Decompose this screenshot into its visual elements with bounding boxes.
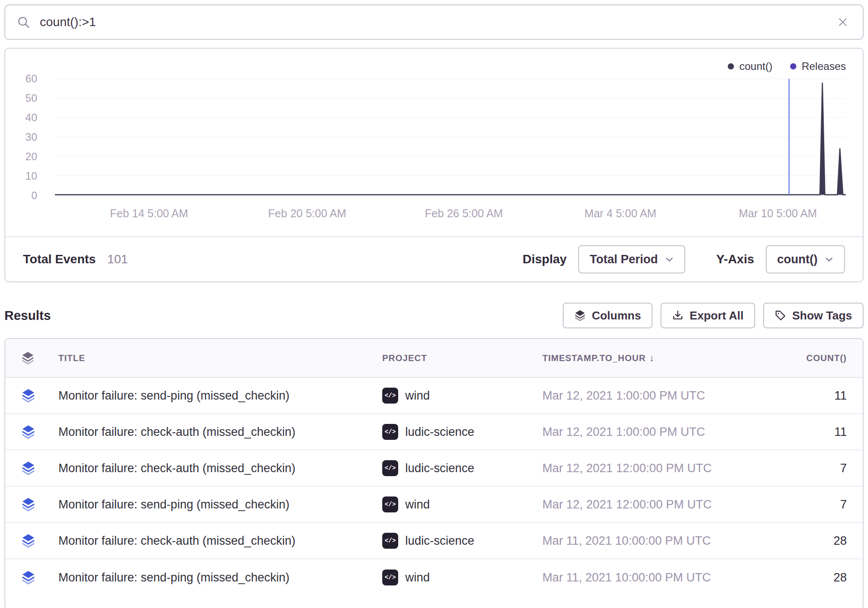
project-platform-icon: </> [382,533,398,549]
table-row[interactable]: Monitor failure: check-auth (missed_chec… [5,450,863,487]
y-axis-label: 10 [11,169,37,183]
row-timestamp: Mar 12, 2021 12:00:00 PM UTC [542,462,748,475]
row-title[interactable]: Monitor failure: check-auth (missed_chec… [58,425,382,439]
project-platform-icon: </> [382,424,398,440]
code-glyph: </> [384,392,396,399]
x-axis-label: Feb 26 5:00 AM [425,207,503,220]
table-row[interactable]: Monitor failure: send-ping (missed_check… [5,487,863,523]
export-all-button[interactable]: Export All [661,303,755,328]
chart-x-axis: Feb 14 5:00 AMFeb 20 5:00 AMFeb 26 5:00 … [55,207,846,221]
row-title[interactable]: Monitor failure: check-auth (missed_chec… [58,462,382,475]
row-count: 28 [748,571,847,585]
row-project: </> ludic-science [382,460,542,476]
chevron-down-icon [825,255,833,264]
row-count: 11 [748,425,847,439]
table-row[interactable]: Monitor failure: check-auth (missed_chec… [5,523,863,559]
release-line-marker[interactable] [788,79,790,195]
x-axis-label: Feb 20 5:00 AM [268,207,346,220]
stack-icon[interactable] [21,570,58,585]
code-glyph: </> [384,574,396,581]
code-glyph: </> [384,501,396,508]
project-name[interactable]: wind [405,571,430,585]
clear-search-button[interactable] [834,14,851,31]
code-glyph: </> [384,465,396,472]
results-table: TITLE PROJECT TIMESTAMP.TO_HOUR↓ COUNT()… [4,338,864,608]
stack-icon[interactable] [21,461,58,475]
columns-button[interactable]: Columns [563,303,653,328]
columns-button-label: Columns [592,309,641,323]
row-timestamp: Mar 11, 2021 10:00:00 PM UTC [542,534,748,548]
yaxis-dropdown-value: count() [777,253,818,266]
project-name[interactable]: ludic-science [405,425,474,439]
close-icon [837,16,849,28]
y-axis-label: 0 [11,189,37,202]
y-axis-label: 40 [11,111,37,124]
chart-y-axis: 0102030405060 [5,79,44,196]
row-timestamp: Mar 12, 2021 1:00:00 PM UTC [542,425,748,439]
stack-icon[interactable] [21,425,58,439]
chart-summary-bar: Total Events 101 Display Total Period Y-… [5,236,863,281]
search-input[interactable] [39,15,826,30]
tag-icon [775,310,786,321]
table-body: Monitor failure: send-ping (missed_check… [5,378,863,596]
project-name[interactable]: ludic-science [405,462,474,475]
column-header-count[interactable]: COUNT() [748,353,847,363]
project-platform-icon: </> [382,496,398,512]
code-glyph: </> [384,537,396,544]
export-all-button-label: Export All [690,309,744,323]
table-row[interactable]: Monitor failure: send-ping (missed_check… [5,378,863,414]
project-platform-icon: </> [382,460,398,476]
row-project: </> wind [382,496,542,512]
y-axis-label: 30 [11,131,37,144]
code-glyph: </> [384,428,396,435]
results-header-row: Results Columns Export All [4,303,864,328]
stack-icon[interactable] [21,389,58,403]
sort-desc-icon: ↓ [649,352,655,363]
show-tags-button[interactable]: Show Tags [763,303,864,328]
display-dropdown[interactable]: Total Period [578,245,685,273]
total-events-label: Total Events [23,252,96,266]
results-heading: Results [4,308,51,323]
stack-icon[interactable] [21,497,58,512]
legend-dot-releases [790,63,796,69]
row-title[interactable]: Monitor failure: send-ping (missed_check… [58,571,382,585]
chart-plot [55,79,846,196]
row-project: </> ludic-science [382,424,542,440]
discover-page: count() Releases 0102030405060 Feb 14 5:… [0,0,868,608]
table-row[interactable]: Monitor failure: check-auth (missed_chec… [5,414,863,450]
chart-legend: count() Releases [728,60,846,73]
display-label: Display [522,252,567,266]
column-header-timestamp-label: TIMESTAMP.TO_HOUR [542,353,646,363]
x-axis-label: Feb 14 5:00 AM [110,207,188,220]
row-title[interactable]: Monitor failure: check-auth (missed_chec… [58,534,382,548]
project-name[interactable]: ludic-science [405,534,474,548]
row-title[interactable]: Monitor failure: send-ping (missed_check… [58,498,382,512]
row-count: 7 [748,498,847,512]
layers-icon [574,310,586,321]
legend-label-releases: Releases [802,60,846,73]
download-icon [672,310,684,321]
column-header-title[interactable]: TITLE [58,353,382,363]
column-header-project[interactable]: PROJECT [382,353,542,363]
project-name[interactable]: wind [405,498,430,512]
yaxis-label: Y-Axis [716,252,754,266]
legend-item-count[interactable]: count() [728,60,772,73]
show-tags-button-label: Show Tags [792,309,852,323]
stack-icon[interactable] [21,534,58,548]
row-title[interactable]: Monitor failure: send-ping (missed_check… [58,389,382,403]
project-name[interactable]: wind [405,389,430,403]
y-axis-label: 20 [11,150,37,163]
search-icon [17,15,30,29]
project-platform-icon: </> [382,570,398,585]
count-series [55,79,846,195]
table-row[interactable]: Monitor failure: send-ping (missed_check… [5,559,863,596]
row-project: </> wind [382,570,542,585]
yaxis-dropdown[interactable]: count() [766,245,845,273]
events-chart: count() Releases 0102030405060 Feb 14 5:… [5,49,863,236]
row-timestamp: Mar 11, 2021 10:00:00 PM UTC [542,571,748,585]
legend-label-count: count() [739,60,772,73]
stack-column-header-icon[interactable] [21,351,58,365]
y-axis-label: 50 [11,92,37,105]
legend-item-releases[interactable]: Releases [790,60,846,73]
column-header-timestamp[interactable]: TIMESTAMP.TO_HOUR↓ [542,352,748,364]
